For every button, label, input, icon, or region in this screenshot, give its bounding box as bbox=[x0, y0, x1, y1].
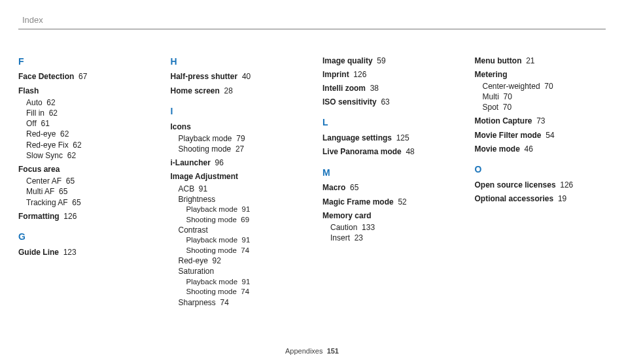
entry-moviefilter: Movie Filter mode 54 bbox=[475, 130, 606, 141]
entry-contrast-shooting: Shooting mode 74 bbox=[186, 246, 302, 256]
entry-flash-fillin: Fill in 62 bbox=[26, 108, 150, 118]
column-3: Image quality 59 Imprint 126 Intelli zoo… bbox=[322, 56, 454, 308]
entry-saturation: Saturation bbox=[179, 266, 302, 276]
section-letter-l: L bbox=[322, 116, 454, 129]
entry-contrast: Contrast bbox=[179, 225, 302, 235]
entry-moviemode: Movie mode 46 bbox=[475, 144, 606, 154]
entry-memorycard: Memory card bbox=[322, 210, 454, 221]
entry-flash-slowsync: Slow Sync 62 bbox=[26, 150, 150, 161]
entry-focus-tracking: Tracking AF 65 bbox=[26, 197, 150, 208]
entry-icons-shooting: Shooting mode 27 bbox=[179, 144, 302, 154]
entry-flash-auto: Auto 62 bbox=[26, 97, 150, 108]
entry-iso: ISO sensitivity 63 bbox=[322, 97, 454, 107]
entry-flash-off: Off 61 bbox=[26, 118, 150, 129]
entry-redeye: Red-eye 92 bbox=[179, 256, 302, 266]
section-letter-f: F bbox=[18, 56, 150, 68]
entry-menubutton: Menu button 21 bbox=[475, 56, 606, 66]
entry-opensource: Open source licenses 126 bbox=[475, 180, 606, 190]
header-rule bbox=[18, 29, 606, 29]
entry-icons: Icons bbox=[171, 122, 302, 132]
entry-page: 67 bbox=[78, 72, 87, 81]
page-footer: Appendixes 151 bbox=[0, 346, 624, 356]
entry-brightness: Brightness bbox=[179, 194, 302, 205]
entry-memorycard-caution: Caution 133 bbox=[330, 222, 454, 233]
footer-label: Appendixes bbox=[285, 347, 323, 355]
index-columns: F Face Detection 67 Flash Auto 62 Fill i… bbox=[18, 56, 606, 308]
entry-metering-spot: Spot 70 bbox=[483, 102, 606, 112]
entry-label: Face Detection bbox=[18, 72, 74, 81]
section-letter-o: O bbox=[475, 163, 606, 176]
entry-saturation-shooting: Shooting mode 74 bbox=[186, 287, 302, 297]
page-header-title: Index bbox=[18, 14, 606, 29]
entry-guideline: Guide Line 123 bbox=[18, 247, 150, 257]
entry-focus-center: Center AF 65 bbox=[26, 176, 150, 186]
entry-brightness-shooting: Shooting mode 69 bbox=[186, 215, 302, 225]
entry-magicframe: Magic Frame mode 52 bbox=[322, 197, 454, 207]
entry-halfpress: Half-press shutter 40 bbox=[171, 71, 302, 82]
entry-intellizoom: Intelli zoom 38 bbox=[322, 83, 454, 93]
entry-ilauncher: i-Launcher 96 bbox=[171, 157, 302, 168]
entry-icons-playback: Playback mode 79 bbox=[179, 133, 302, 144]
entry-metering: Metering bbox=[475, 69, 606, 80]
entry-flash-redeyefix: Red-eye Fix 62 bbox=[26, 140, 150, 150]
column-4: Menu button 21 Metering Center-weighted … bbox=[475, 56, 606, 308]
section-letter-g: G bbox=[18, 231, 150, 243]
entry-macro: Macro 65 bbox=[322, 182, 454, 193]
entry-livepanorama: Live Panorama mode 48 bbox=[322, 146, 454, 157]
index-page: Index F Face Detection 67 Flash Auto 62 … bbox=[0, 0, 624, 308]
section-letter-m: M bbox=[322, 167, 454, 179]
entry-image-quality: Image quality 59 bbox=[322, 56, 454, 66]
entry-optionalacc: Optional accessories 19 bbox=[475, 193, 606, 204]
entry-imprint: Imprint 126 bbox=[322, 69, 454, 80]
column-2: H Half-press shutter 40 Home screen 28 I… bbox=[171, 56, 302, 308]
entry-sharpness: Sharpness 74 bbox=[179, 297, 302, 308]
column-1: F Face Detection 67 Flash Auto 62 Fill i… bbox=[18, 56, 150, 308]
section-letter-i: I bbox=[171, 105, 302, 118]
entry-focus-multi: Multi AF 65 bbox=[26, 186, 150, 197]
entry-contrast-playback: Playback mode 91 bbox=[186, 235, 302, 246]
entry-metering-multi: Multi 70 bbox=[483, 91, 606, 102]
entry-flash: Flash bbox=[18, 86, 150, 96]
entry-acb: ACB 91 bbox=[179, 184, 302, 194]
section-letter-h: H bbox=[171, 56, 302, 68]
entry-language: Language settings 125 bbox=[322, 133, 454, 143]
entry-brightness-playback: Playback mode 91 bbox=[186, 205, 302, 215]
entry-flash-redeye: Red-eye 62 bbox=[26, 129, 150, 139]
entry-motioncapture: Motion Capture 73 bbox=[475, 116, 606, 126]
entry-face-detection: Face Detection 67 bbox=[18, 71, 150, 82]
entry-memorycard-insert: Insert 23 bbox=[330, 233, 454, 243]
entry-homescreen: Home screen 28 bbox=[171, 86, 302, 96]
entry-saturation-playback: Playback mode 91 bbox=[186, 277, 302, 288]
footer-page-number: 151 bbox=[327, 347, 339, 355]
entry-formatting: Formatting 126 bbox=[18, 211, 150, 222]
entry-image-adjustment: Image Adjustment bbox=[171, 171, 302, 182]
entry-focus-area: Focus area bbox=[18, 164, 150, 174]
entry-metering-center: Center-weighted 70 bbox=[483, 81, 606, 91]
